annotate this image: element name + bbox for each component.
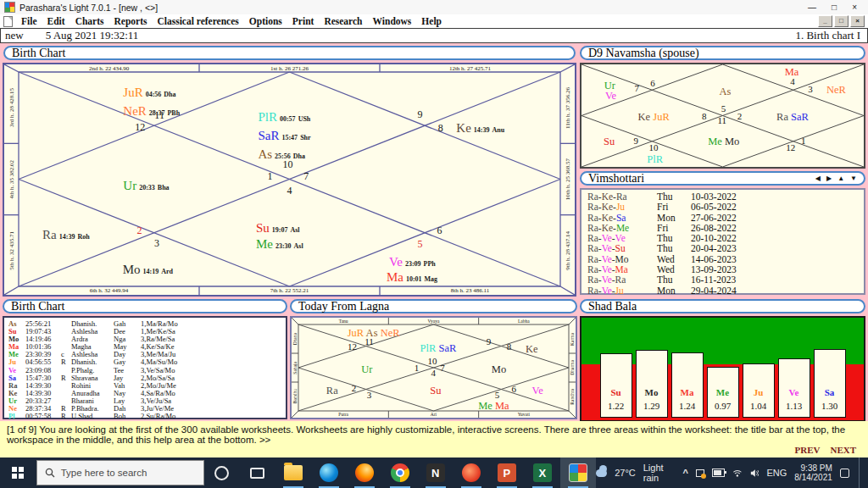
today-title-capsule[interactable]: Today From Lagna — [290, 299, 577, 313]
shad-bala-bar[interactable]: Su1.22 — [600, 353, 632, 418]
taskbar-app-edge[interactable] — [311, 458, 347, 488]
prev-button[interactable]: PREV — [794, 445, 820, 455]
menu-research[interactable]: Research — [319, 16, 367, 26]
planet-longitude: 19:07:43 — [25, 327, 61, 335]
taskbar-cortana-button[interactable] — [204, 458, 240, 488]
shad-bala-bar[interactable]: Sa1.30 — [814, 349, 846, 418]
close-button[interactable]: × — [852, 3, 857, 12]
weather-icon[interactable] — [596, 469, 607, 477]
planet-nakshatra: Dha — [164, 91, 175, 98]
tray-monitor-icon[interactable] — [696, 469, 704, 477]
house-frame-label: 1st h. 26 271.26 — [199, 64, 380, 72]
planet-position-row[interactable]: Ve23:09:08P.Phalg.Tee3,Ve/Sa/Mo — [4, 366, 286, 374]
planet-position-row[interactable]: As25:56:21Dhanish.Gah1,Ma/Ra/Mo — [4, 319, 286, 327]
maximize-button[interactable]: □ — [832, 3, 837, 12]
taskbar-app-powerpoint[interactable]: P — [489, 458, 525, 488]
vimshottari-row[interactable]: Ra-Ve-SuThu20-04-2023 — [581, 243, 864, 253]
planet-position-row[interactable]: Su19:07:43AshleshaDee1,Me/Ke/Sa — [4, 327, 286, 335]
shad-bala-bar[interactable]: Mo1.29 — [636, 350, 668, 418]
next-button[interactable]: NEXT — [830, 445, 856, 455]
taskbar-app-browser[interactable] — [453, 458, 489, 488]
taskbar-app-firefox[interactable] — [347, 458, 382, 488]
planet-position-row[interactable]: Ur20:33:27BharaniLay3,Ve/Ju/Sa — [4, 396, 286, 404]
taskbar-app-notepad[interactable]: N — [418, 458, 453, 488]
taskbar-app-file-explorer[interactable] — [275, 458, 311, 488]
shad-bala-bar[interactable]: Ma1.24 — [671, 352, 704, 418]
vimshottari-arrow-down[interactable]: ▼ — [850, 175, 857, 182]
vimshottari-row[interactable]: Ra-Ve-JuMon29-04-2024 — [581, 286, 864, 296]
start-button[interactable] — [0, 458, 36, 488]
planet-name: Ur — [361, 363, 372, 375]
retro-flag — [61, 342, 71, 350]
menu-classical-references[interactable]: Classical references — [152, 16, 243, 26]
vimshottari-row[interactable]: Ra-Ve-VeThu20-10-2022 — [581, 233, 864, 243]
planet-position-row[interactable]: Ra14:39:30RohiniVah2,Mo/Ju/Me — [4, 381, 286, 389]
menu-options[interactable]: Options — [244, 16, 287, 26]
menu-reports[interactable]: Reports — [109, 16, 153, 26]
planet-position-row[interactable]: Ne28:37:34RP.Bhadra.Dah3,Ju/Ve/Me — [4, 404, 286, 412]
menu-help[interactable]: Help — [416, 16, 447, 26]
vimshottari-row[interactable]: Ra-Ke-JuFri06-05-2022 — [581, 202, 864, 212]
weather-temp[interactable]: 27°C — [615, 468, 636, 478]
chart-selector[interactable]: 1. Birth chart I — [795, 29, 863, 42]
vimshottari-arrow-right[interactable]: ▶ — [826, 175, 832, 182]
planet-position-row[interactable]: Ju04:56:55RDhanish.Gay4,Ma/Su/Mo — [4, 358, 286, 365]
planet-position-row[interactable]: Sa15:47:30RShravanaJay2,Mo/Sa/Sa — [4, 374, 286, 381]
battery-icon[interactable] — [712, 469, 725, 477]
birth-datetime-label[interactable]: 5 Aug 2021 19:32:11 — [46, 29, 139, 42]
weather-desc[interactable]: Light rain — [643, 463, 676, 483]
mdi-restore-button[interactable]: □ — [834, 15, 849, 27]
vimshottari-arrow-left[interactable]: ◀ — [815, 175, 821, 182]
speaker-icon[interactable] — [750, 469, 760, 478]
planet-position-row[interactable]: Ke14:39:30AnuradhaNay4,Sa/Ra/Mo — [4, 389, 286, 396]
menu-edit[interactable]: Edit — [42, 16, 70, 26]
today-from-lagna-chart[interactable]: TanuVyayaLabhaPutraAriYuvatiDhanaSahajaB… — [290, 316, 577, 419]
taskbar-app-excel[interactable]: X — [525, 458, 560, 488]
birth-chart-title-capsule[interactable]: Birth Chart — [3, 46, 576, 60]
planet-position-row[interactable]: Ma10:01:36MaghaMay4,Ke/Sa/Ke — [4, 342, 286, 350]
planet-position-row[interactable]: Me23:30:39cAshleshaDay3,Me/Ma/Ju — [4, 350, 286, 358]
tray-expand-icon[interactable]: ^ — [683, 468, 688, 478]
taskbar-task-view-button[interactable] — [240, 458, 275, 488]
menu-file[interactable]: File — [16, 16, 42, 26]
language-indicator[interactable]: ENG — [766, 468, 787, 478]
taskbar-app-chrome[interactable] — [382, 458, 418, 488]
mdi-minimize-button[interactable]: _ — [818, 15, 832, 27]
vimshottari-arrow-up[interactable]: ▲ — [837, 175, 844, 182]
action-center-icon[interactable] — [840, 469, 849, 478]
nakshatra-name: Dhanish. — [71, 358, 114, 365]
vimshottari-title-capsule[interactable]: Vimshottari ◀▶▲▼ — [580, 171, 865, 186]
planet-label: NeR — [826, 82, 846, 96]
new-document-icon[interactable] — [3, 16, 13, 27]
d9-title-capsule[interactable]: D9 Navamsha (spouse) — [580, 46, 865, 60]
menu-windows[interactable]: Windows — [368, 16, 417, 26]
mdi-close-button[interactable]: × — [850, 15, 865, 27]
birth-chart-north-indian[interactable]: 2nd h. 22 434.901st h. 26 271.2612th h. … — [3, 63, 576, 297]
pada-lords: 4,Ma/Su/Mo — [141, 358, 286, 365]
shad-bala-title-capsule[interactable]: Shad Bala — [580, 299, 865, 313]
minimize-button[interactable]: — — [808, 3, 816, 12]
shad-bala-bar[interactable]: Ve1.13 — [778, 358, 810, 418]
file-name-label[interactable]: new — [5, 29, 24, 42]
menu-print[interactable]: Print — [287, 16, 320, 26]
shad-bala-bar[interactable]: Me0.97 — [707, 367, 739, 418]
show-desktop-button[interactable] — [859, 458, 864, 488]
vimshottari-row[interactable]: Ra-Ke-MeFri26-08-2022 — [581, 223, 864, 233]
vimshottari-row[interactable]: Ra-Ve-MaWed13-09-2023 — [581, 264, 864, 274]
taskbar-search-input[interactable]: Type here to search — [36, 460, 204, 485]
planet-degree: 23:30 — [275, 242, 292, 250]
vimshottari-row[interactable]: Ra-Ke-RaThu10-03-2022 — [581, 191, 864, 202]
wifi-icon[interactable] — [732, 469, 743, 478]
planet-position-row[interactable]: Pl00:57:58RU.Shad.Boh2,Su/Ra/Mo — [4, 412, 286, 419]
planet-position-row[interactable]: Mo14:19:46ArdraNga3,Ra/Me/Sa — [4, 335, 286, 342]
d9-navamsha-chart[interactable]: MaUrVeAsNeRKe JuRRa SaRSuMe MoPlR6743582… — [580, 63, 865, 169]
vimshottari-row[interactable]: Ra-Ve-MoWed14-06-2023 — [581, 254, 864, 264]
taskbar-app-parasharas-light[interactable] — [560, 458, 596, 488]
positions-title-capsule[interactable]: Birth Chart — [3, 299, 287, 313]
vimshottari-row[interactable]: Ra-Ke-SaMon27-06-2022 — [581, 213, 864, 223]
vimshottari-row[interactable]: Ra-Ve-RaThu16-11-2023 — [581, 274, 864, 285]
planet-name: Ra — [42, 228, 57, 241]
menu-charts[interactable]: Charts — [70, 16, 109, 26]
shad-bala-bar[interactable]: Ju1.04 — [743, 363, 775, 418]
taskbar-clock[interactable]: 9:38 PM 8/14/2021 — [794, 463, 832, 482]
